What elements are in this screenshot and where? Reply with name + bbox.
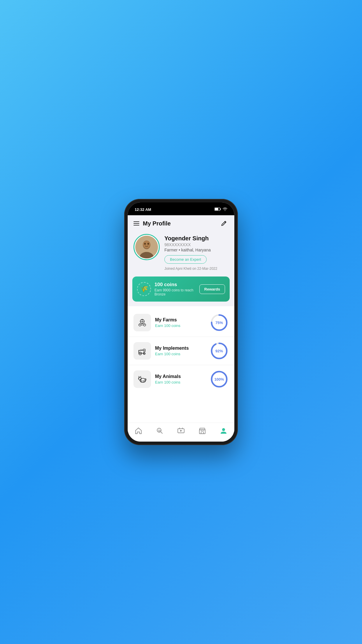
nav-home[interactable]	[131, 426, 146, 436]
svg-point-18	[144, 353, 145, 354]
animals-text: My Animals Earn 100 coins	[155, 374, 206, 384]
svg-rect-2	[215, 208, 218, 210]
implements-subtitle: Earn 100 coins	[155, 352, 206, 356]
farms-percent: 75%	[215, 321, 223, 325]
animals-subtitle: Earn 100 coins	[155, 380, 206, 384]
profile-name: Yogender Singh	[164, 235, 229, 242]
wifi-icon	[223, 207, 227, 211]
farms-text: My Farms Earn 100 coins	[155, 317, 206, 328]
phone-screen: 12:32 AM	[128, 202, 234, 442]
profile-section: Yogender Singh 98XXXXXXXX Farmer • kaith…	[128, 230, 234, 276]
battery-icon	[215, 207, 221, 211]
svg-point-17	[143, 353, 145, 355]
status-icons	[215, 207, 227, 211]
rewards-banner: 🌾 100 coins Earn 9900 coins to reach Bro…	[132, 276, 230, 302]
farms-icon-box	[133, 314, 151, 331]
implements-title: My Implements	[155, 346, 206, 351]
implements-progress: 92%	[210, 342, 229, 360]
nav-market[interactable]	[195, 426, 210, 436]
implements-percent: 92%	[215, 349, 223, 353]
rewards-info: 100 coins Earn 9900 coins to reach Bronz…	[154, 282, 196, 296]
farms-progress: 75%	[210, 313, 229, 332]
coins-count: 100 coins	[154, 282, 196, 288]
bottom-nav: Q A	[128, 423, 234, 442]
avatar-image	[135, 236, 158, 258]
svg-rect-30	[201, 432, 203, 434]
svg-point-31	[222, 428, 225, 431]
profile-info: Yogender Singh 98XXXXXXXX Farmer • kaith…	[164, 234, 229, 271]
animals-progress: 100%	[210, 370, 229, 388]
svg-text:A: A	[160, 430, 161, 432]
phone-frame: 12:32 AM	[124, 199, 238, 445]
header: My Profile	[128, 215, 234, 230]
avatar	[133, 234, 160, 260]
implements-text: My Implements Earn 100 coins	[155, 346, 206, 356]
profile-role: Farmer • kaithal, Haryana	[164, 248, 229, 252]
animals-icon-box	[133, 370, 151, 388]
svg-point-6	[143, 241, 150, 249]
coins-subtitle: Earn 9900 coins to reach Bronze	[154, 288, 196, 296]
nav-profile[interactable]	[216, 426, 231, 436]
become-expert-button[interactable]: Become an Expert	[164, 255, 207, 264]
page-title: My Profile	[139, 220, 219, 227]
profile-phone: 98XXXXXXXX	[164, 242, 229, 247]
svg-rect-1	[220, 209, 221, 210]
implements-card[interactable]: My Implements Earn 100 coins 92%	[128, 337, 234, 365]
rewards-button[interactable]: Rewards	[199, 284, 225, 294]
cards-section: My Farms Earn 100 coins 75%	[128, 306, 234, 423]
menu-button[interactable]	[133, 221, 139, 225]
status-time: 12:32 AM	[135, 207, 151, 212]
nav-qa[interactable]: Q A	[152, 426, 167, 436]
coin-icon: 🌾	[137, 282, 151, 296]
farms-subtitle: Earn 100 coins	[155, 323, 206, 328]
status-bar: 12:32 AM	[128, 202, 234, 215]
svg-point-8	[147, 243, 149, 245]
farms-title: My Farms	[155, 317, 206, 323]
nav-videos[interactable]	[174, 426, 188, 436]
animals-card[interactable]: My Animals Earn 100 coins 100%	[128, 365, 234, 393]
implements-icon-box	[133, 342, 151, 360]
svg-point-15	[139, 352, 142, 355]
animals-title: My Animals	[155, 374, 206, 379]
animals-percent: 100%	[214, 377, 224, 382]
farms-card[interactable]: My Farms Earn 100 coins 75%	[128, 309, 234, 337]
edit-button[interactable]	[219, 219, 229, 228]
avatar-container	[133, 234, 160, 260]
joined-date: Joined Apni Kheti on 22-Mar-2022	[164, 267, 229, 271]
app-content: My Profile	[128, 215, 234, 442]
svg-point-7	[144, 243, 146, 245]
